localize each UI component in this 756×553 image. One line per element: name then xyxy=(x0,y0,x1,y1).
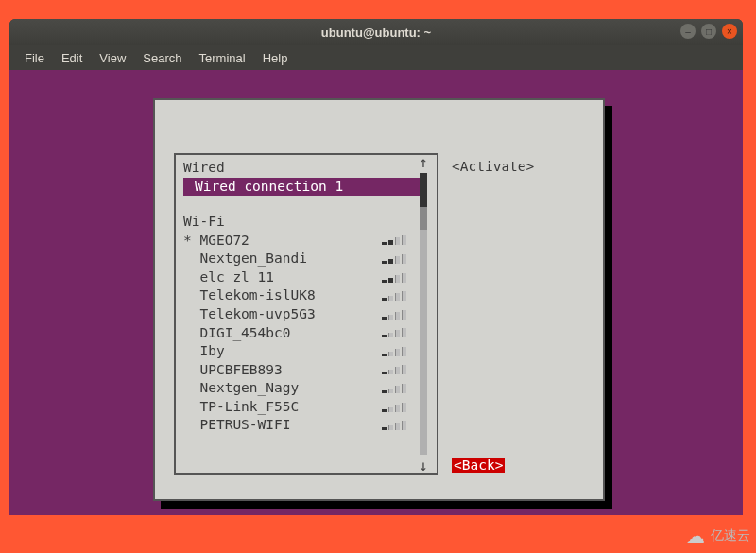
wifi-item[interactable]: Nextgen_Bandi xyxy=(183,250,408,268)
minimize-icon[interactable]: – xyxy=(680,24,696,39)
wifi-name: UPCBFEB893 xyxy=(183,361,283,380)
menu-file[interactable]: File xyxy=(17,48,52,68)
scroll-up-icon[interactable]: ↑ xyxy=(419,153,428,171)
signal-icon xyxy=(382,384,408,393)
signal-icon xyxy=(382,291,408,301)
wifi-item[interactable]: TP-Link_F55C xyxy=(183,398,408,417)
connection-list[interactable]: Wired Wired connection 1 Wi-Fi * MGEO72 … xyxy=(174,153,438,475)
wifi-item[interactable]: elc_zl_11 xyxy=(183,268,408,287)
signal-icon xyxy=(382,254,408,264)
scrollbar-thumb[interactable] xyxy=(420,173,427,207)
watermark: ☁ 亿速云 xyxy=(686,525,750,547)
titlebar[interactable]: ubuntu@ubuntu: ~ – □ × xyxy=(9,19,743,45)
signal-icon xyxy=(382,347,408,356)
scroll-down-icon[interactable]: ↓ xyxy=(419,457,428,475)
signal-icon xyxy=(382,421,408,430)
terminal-window: ubuntu@ubuntu: ~ – □ × File Edit View Se… xyxy=(9,19,743,515)
wifi-name: Telekom-uvp5G3 xyxy=(183,305,316,324)
wifi-item[interactable]: Telekom-islUK8 xyxy=(183,286,408,305)
wifi-item[interactable]: Nextgen_Nagy xyxy=(183,379,408,398)
signal-icon xyxy=(382,273,408,283)
menu-edit[interactable]: Edit xyxy=(54,48,90,68)
window-controls: – □ × xyxy=(680,24,737,39)
wifi-name: Nextgen_Nagy xyxy=(183,379,299,398)
maximize-icon[interactable]: □ xyxy=(701,24,716,39)
menu-view[interactable]: View xyxy=(92,48,133,68)
terminal-body[interactable]: Wired Wired connection 1 Wi-Fi * MGEO72 … xyxy=(9,70,743,515)
wifi-item[interactable]: UPCBFEB893 xyxy=(183,361,408,380)
scrollbar-track[interactable] xyxy=(420,173,427,455)
wifi-name: DIGI_454bc0 xyxy=(183,324,291,343)
scrollbar[interactable]: ↑ ↓ xyxy=(412,153,435,475)
menu-search[interactable]: Search xyxy=(135,48,189,68)
menu-help[interactable]: Help xyxy=(255,48,296,68)
wired-connection-selected[interactable]: Wired connection 1 xyxy=(183,178,420,197)
signal-icon xyxy=(382,235,408,245)
menubar: File Edit View Search Terminal Help xyxy=(9,45,743,70)
wifi-item[interactable]: DIGI_454bc0 xyxy=(183,324,408,343)
signal-icon xyxy=(382,403,408,412)
signal-icon xyxy=(382,328,408,337)
wifi-item[interactable]: * MGEO72 xyxy=(183,232,408,251)
watermark-text: 亿速云 xyxy=(711,527,750,544)
wifi-name: Iby xyxy=(183,342,225,361)
wifi-item[interactable]: Telekom-uvp5G3 xyxy=(183,305,408,324)
signal-icon xyxy=(382,365,408,374)
menu-terminal[interactable]: Terminal xyxy=(192,48,253,68)
wired-header: Wired xyxy=(183,159,435,178)
wifi-name: Telekom-islUK8 xyxy=(183,286,316,305)
signal-icon xyxy=(382,310,408,320)
wifi-name: * MGEO72 xyxy=(183,232,249,251)
back-button[interactable]: <Back> xyxy=(452,458,505,473)
wifi-item[interactable]: PETRUS-WIFI xyxy=(183,416,408,435)
window-title: ubuntu@ubuntu: ~ xyxy=(321,26,431,40)
wifi-name: Nextgen_Bandi xyxy=(183,250,307,268)
scrollbar-thumb-secondary xyxy=(420,207,427,230)
wifi-item[interactable]: Iby xyxy=(183,342,408,361)
wifi-name: elc_zl_11 xyxy=(183,268,274,287)
wifi-name: TP-Link_F55C xyxy=(183,398,299,417)
nmtui-dialog: Wired Wired connection 1 Wi-Fi * MGEO72 … xyxy=(153,98,605,501)
cloud-icon: ☁ xyxy=(686,525,705,547)
wifi-header: Wi-Fi xyxy=(183,213,435,232)
close-icon[interactable]: × xyxy=(722,24,737,39)
activate-button[interactable]: <Activate> xyxy=(452,159,534,174)
wifi-name: PETRUS-WIFI xyxy=(183,416,291,435)
